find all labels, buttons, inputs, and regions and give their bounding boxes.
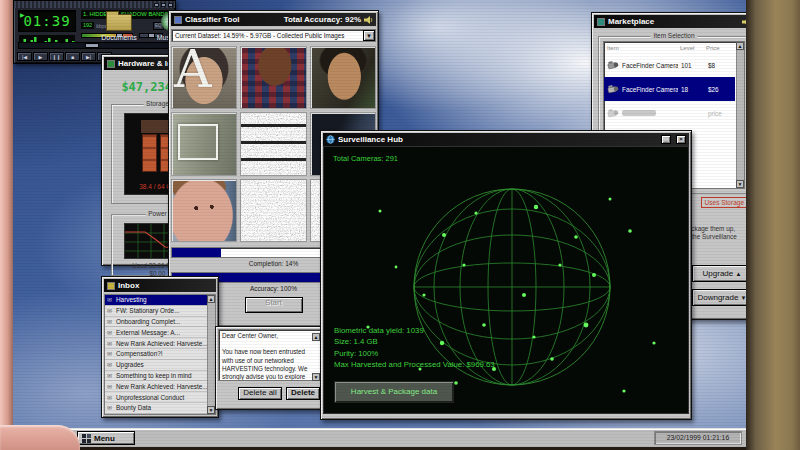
scroll-up-icon[interactable]: ▲ [736,42,744,50]
mail-item[interactable]: ✉Something to keep in mind [105,371,207,382]
item-selection-label: Item Selection [650,32,697,39]
face-image[interactable] [171,112,237,175]
marketplace-item-selected[interactable]: FaceFinder Camera (x10) 18 $26 [604,77,735,101]
envelope-icon: ✉ [107,394,114,401]
minimize-icon[interactable]: _ [661,135,671,144]
globe-icon [326,135,335,144]
harvest-stats: Biometric data yield: 1039 Size: 1.4 GB … [334,325,495,370]
monitor-bezel-left [0,0,13,450]
inbox-titlebar[interactable]: Inbox [104,279,216,292]
classifier-app-icon [174,16,182,24]
up-arrow-icon: ▲ [735,271,741,277]
envelope-icon: ✉ [107,383,114,390]
monitor-bezel-corner [0,425,80,450]
scroll-down-icon[interactable]: ▼ [312,373,320,381]
playback-time: 01:39 [18,10,76,32]
menu-button[interactable]: Menu [77,431,135,445]
marketplace-note: ...ckage them up, ...the Surveillance [686,225,746,242]
desktop-icon-documents[interactable]: Documents [96,10,142,41]
next-button[interactable]: ▶| [81,52,96,61]
previous-button[interactable]: |◀ [17,52,32,61]
pause-button[interactable]: ❙❙ [49,52,64,61]
envelope-icon: ✉ [107,361,114,368]
stat-line: Biometric data yield: 1039 [334,325,495,336]
classifier-title: Classifier Tool [185,15,240,24]
player-titlebar[interactable] [14,1,175,8]
uses-storage-badge: Uses Storage [701,197,746,208]
mail-item[interactable]: ✉Unprofessional Conduct [105,392,207,403]
mail-item[interactable]: ✉New Rank Achieved: Harveste... [105,338,207,349]
bitrate-readout: 192 [81,22,94,29]
mail-item[interactable]: ✉FW: Stationary Orde... [105,306,207,317]
marketplace-scrollbar[interactable]: ▲ ▼ [736,42,744,188]
player-close-icon[interactable] [168,3,173,7]
noise-image[interactable] [240,179,306,242]
classifier-titlebar[interactable]: Classifier Tool Total Accuracy: 92% [171,13,376,26]
redacted-name [622,110,656,116]
stat-line: Max Harvested and Processed Value: $969.… [334,359,495,370]
mail-item[interactable]: ✉Harvesting [105,295,207,306]
seek-bar[interactable] [18,42,171,49]
mail-viewer-panel: Dear Center Owner, You have now been ent… [215,326,325,410]
mail-item[interactable]: ✉New Rank Achieved: Harveste... [105,381,207,392]
icon-label: Documents [96,34,142,41]
scroll-up-icon[interactable]: ▲ [312,333,320,341]
dataset-dropdown[interactable]: Current Dataset: 14.59% - 5.97GB - Colle… [171,29,376,42]
envelope-icon: ✉ [107,318,114,325]
mail-item[interactable]: ✉Onboarding Complet... [105,317,207,328]
inbox-window: Inbox ✉Harvesting ✉FW: Stationary Orde..… [101,276,219,418]
upgrade-button[interactable]: Upgrade ▲ [692,265,746,282]
delete-all-button[interactable]: Delete all [238,387,282,400]
monitor-bezel-right [746,0,800,450]
desktop: Documents Music Pl Hardware & Infrastruc… [13,0,746,447]
play-button[interactable]: ▶ [33,52,48,61]
mail-item[interactable]: ✉Compensation?! [105,349,207,360]
marketplace-titlebar[interactable]: Marketplace [594,15,746,28]
scroll-down-icon[interactable]: ▼ [207,406,215,414]
dropdown-arrow-icon[interactable]: ▼ [363,30,375,41]
dataset-value: Current Dataset: 14.59% - 5.97GB - Colle… [172,30,363,41]
mail-item[interactable]: ✉External Message: A... [105,327,207,338]
close-icon[interactable]: × [676,135,686,144]
harvest-package-button[interactable]: Harvest & Package data [334,381,454,403]
seek-handle[interactable] [85,43,99,48]
downgrade-button[interactable]: Downgrade ▼ [692,289,746,306]
face-image[interactable]: A [171,46,237,109]
envelope-icon: ✉ [107,296,114,303]
inbox-title: Inbox [118,281,139,290]
player-minimize-icon[interactable] [154,3,159,7]
marketplace-title: Marketplace [608,17,654,26]
stat-line: Size: 1.4 GB [334,336,495,347]
total-cameras-readout: Total Cameras: 291 [333,154,398,163]
marketplace-item[interactable]: FaceFinder Camera 101 $8 [604,53,735,77]
envelope-icon: ✉ [107,329,114,336]
inbox-scrollbar[interactable]: ▲ ▼ [207,295,215,414]
noise-image[interactable] [240,112,306,175]
face-image[interactable] [240,46,306,109]
letter-overlay: A [174,46,212,99]
start-button[interactable]: Start [245,297,303,313]
camera-globe-graphic [324,147,689,414]
envelope-icon: ✉ [107,350,114,357]
surveillance-title: Surveillance Hub [338,135,403,144]
face-image[interactable] [171,179,237,242]
taskbar: Menu 23/02/1999 01:21:16 [13,428,746,447]
inbox-app-icon [107,282,115,290]
envelope-icon: ✉ [107,404,114,411]
envelope-icon: ✉ [107,372,114,379]
marketplace-list-header: Item Level Price [604,42,735,53]
mail-item[interactable]: ✉Upgrades [105,360,207,371]
marketplace-item-locked[interactable]: price [604,101,735,125]
mail-item[interactable]: ✉Bounty Data [105,403,207,414]
scroll-down-icon[interactable]: ▼ [736,180,744,188]
play-state-icon: ▶ [20,11,25,18]
face-image[interactable] [310,46,376,109]
folder-icon [106,14,132,31]
stop-button[interactable]: ■ [65,52,80,61]
delete-button[interactable]: Delete [286,387,320,400]
power-label: Power [145,210,169,217]
scroll-up-icon[interactable]: ▲ [207,295,215,303]
player-shade-icon[interactable] [161,3,166,7]
surveillance-titlebar[interactable]: Surveillance Hub _ × [323,133,689,146]
camera-icon [606,107,620,119]
